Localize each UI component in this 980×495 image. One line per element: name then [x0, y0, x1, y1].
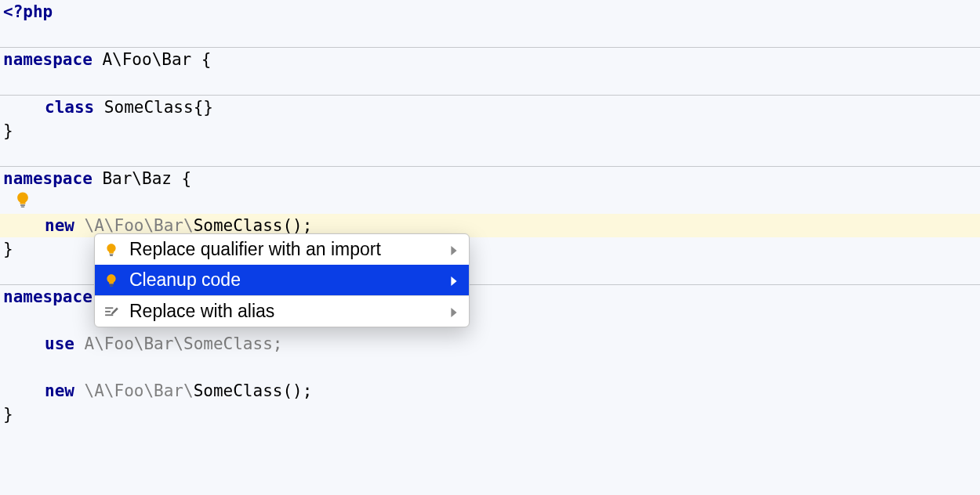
svg-rect-4 — [110, 284, 114, 285]
edit-icon — [103, 303, 120, 320]
menu-item-label: Replace qualifier with an import — [129, 239, 441, 260]
code-line: use A\Foo\Bar\SomeClass; — [0, 332, 980, 356]
svg-rect-6 — [105, 307, 113, 309]
svg-rect-8 — [105, 314, 113, 316]
code-line: new \A\Foo\Bar\SomeClass(); — [0, 379, 980, 403]
code-line: namespace A\Foo\Bar { — [0, 48, 980, 71]
intention-actions-popup: Replace qualifier with an import Cleanup… — [94, 233, 470, 327]
menu-item-cleanup-code[interactable]: Cleanup code — [95, 265, 469, 295]
menu-item-label: Cleanup code — [129, 269, 441, 291]
code-line-blank — [0, 23, 980, 47]
code-line-blank — [0, 71, 980, 95]
chevron-right-icon — [450, 269, 458, 291]
code-line: <?php — [0, 0, 980, 23]
svg-rect-7 — [105, 310, 111, 312]
code-line-blank — [0, 143, 980, 166]
chevron-right-icon — [450, 301, 458, 322]
svg-rect-3 — [110, 255, 113, 255]
intention-bulb-icon[interactable] — [14, 191, 33, 210]
menu-item-label: Replace with alias — [129, 301, 441, 322]
svg-rect-5 — [110, 285, 113, 286]
code-line: namespace Bar\Baz { — [0, 167, 980, 190]
lightbulb-icon — [103, 272, 120, 289]
svg-rect-1 — [21, 206, 25, 207]
menu-item-replace-alias[interactable]: Replace with alias — [95, 296, 469, 327]
menu-item-replace-qualifier[interactable]: Replace qualifier with an import — [95, 234, 469, 265]
code-editor[interactable]: <?php namespace A\Foo\Bar { class SomeCl… — [0, 0, 980, 495]
chevron-right-icon — [450, 239, 458, 260]
code-line: class SomeClass{} — [0, 96, 980, 119]
svg-rect-2 — [110, 254, 114, 255]
code-line: } — [0, 403, 980, 426]
code-line: } — [0, 119, 980, 143]
lightbulb-icon — [103, 241, 120, 258]
php-open-tag: <?php — [3, 2, 53, 21]
svg-rect-0 — [20, 204, 25, 206]
code-line-blank — [0, 356, 980, 379]
code-line-blank — [0, 190, 980, 214]
